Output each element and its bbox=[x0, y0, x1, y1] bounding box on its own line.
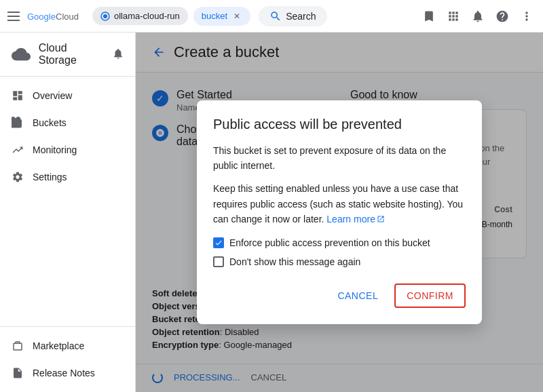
dialog-body-text1: This bucket is set to prevent exposure o… bbox=[213, 143, 466, 174]
sidebar-item-overview[interactable]: Overview bbox=[0, 82, 130, 109]
svg-text:Cloud: Cloud bbox=[56, 12, 79, 22]
sidebar: Cloud Storage Overview Buckets bbox=[0, 33, 136, 392]
dont-show-checkbox-row: Don't show this message again bbox=[213, 256, 466, 267]
dialog-actions: CANCEL CONFIRM bbox=[213, 283, 466, 308]
sidebar-title: Cloud Storage bbox=[39, 42, 105, 66]
bell-icon[interactable] bbox=[467, 5, 489, 27]
sidebar-item-settings-label: Settings bbox=[33, 172, 67, 182]
search-label: Search bbox=[286, 11, 316, 22]
tab1-label: ollama-cloud-run bbox=[114, 11, 180, 21]
svg-rect-0 bbox=[7, 12, 20, 13]
enforce-checkbox-label: Enforce public access prevention on this… bbox=[229, 237, 430, 248]
svg-point-6 bbox=[103, 14, 107, 18]
svg-rect-1 bbox=[7, 16, 20, 17]
sidebar-nav: Overview Buckets Monitoring Settings bbox=[0, 77, 135, 326]
monitoring-icon bbox=[11, 143, 24, 157]
menu-icon[interactable] bbox=[5, 8, 22, 24]
buckets-icon bbox=[11, 116, 24, 130]
tab2-label: bucket bbox=[202, 11, 227, 21]
dialog-overlay: Public access will be prevented This buc… bbox=[136, 33, 543, 392]
sidebar-item-buckets-label: Buckets bbox=[33, 117, 67, 128]
dialog-title: Public access will be prevented bbox=[213, 117, 466, 132]
marketplace-icon bbox=[11, 339, 24, 353]
sidebar-item-settings[interactable]: Settings bbox=[0, 163, 130, 191]
enforce-checkbox-row: Enforce public access prevention on this… bbox=[213, 237, 466, 248]
overview-icon bbox=[11, 89, 24, 102]
sidebar-item-monitoring[interactable]: Monitoring bbox=[0, 136, 130, 163]
cancel-button[interactable]: CANCEL bbox=[326, 283, 389, 308]
topbar-icons bbox=[418, 5, 538, 27]
layout: Cloud Storage Overview Buckets bbox=[0, 33, 543, 392]
confirm-button[interactable]: CONFIRM bbox=[394, 283, 466, 308]
topbar: Google Cloud ollama-cloud-run bucket ✕ S… bbox=[0, 0, 543, 33]
tab-ollama-cloud-run[interactable]: ollama-cloud-run bbox=[92, 7, 188, 25]
help-icon[interactable] bbox=[491, 5, 513, 27]
more-icon[interactable] bbox=[516, 5, 538, 27]
sidebar-item-release-notes-label: Release Notes bbox=[33, 368, 95, 378]
search-icon bbox=[269, 10, 282, 22]
dialog: Public access will be prevented This buc… bbox=[197, 100, 482, 325]
sidebar-bottom: Marketplace Release Notes bbox=[0, 326, 135, 392]
tab-close-icon[interactable]: ✕ bbox=[231, 11, 242, 22]
tab-bucket[interactable]: bucket ✕ bbox=[193, 7, 250, 26]
dont-show-checkbox-label: Don't show this message again bbox=[229, 256, 360, 267]
sidebar-item-buckets[interactable]: Buckets bbox=[0, 109, 130, 136]
google-cloud-logo: Google Cloud bbox=[27, 9, 81, 23]
sidebar-item-marketplace[interactable]: Marketplace bbox=[0, 332, 135, 359]
cloud-storage-icon bbox=[11, 43, 32, 65]
learn-more-link[interactable]: Learn more bbox=[326, 212, 385, 227]
settings-icon bbox=[11, 170, 24, 184]
sidebar-item-release-notes[interactable]: Release Notes bbox=[0, 359, 135, 387]
svg-rect-2 bbox=[7, 20, 20, 21]
release-notes-icon bbox=[11, 366, 24, 380]
dialog-body-text2: Keep this setting enabled unless you hav… bbox=[213, 181, 466, 227]
bookmark-icon[interactable] bbox=[418, 5, 440, 27]
sidebar-header: Cloud Storage bbox=[0, 33, 135, 77]
sidebar-bell-icon[interactable] bbox=[112, 47, 124, 62]
svg-text:Google: Google bbox=[27, 12, 56, 22]
sidebar-item-monitoring-label: Monitoring bbox=[33, 144, 77, 155]
sidebar-item-marketplace-label: Marketplace bbox=[33, 340, 84, 351]
enforce-checkbox[interactable] bbox=[213, 237, 224, 248]
dialog-body: This bucket is set to prevent exposure o… bbox=[213, 143, 466, 227]
main: Create a bucket ✓ Get Started Name: olla… bbox=[136, 33, 543, 392]
search-button[interactable]: Search bbox=[259, 6, 326, 26]
apps-icon[interactable] bbox=[443, 5, 464, 27]
dont-show-checkbox[interactable] bbox=[213, 256, 224, 267]
sidebar-item-overview-label: Overview bbox=[33, 90, 72, 101]
